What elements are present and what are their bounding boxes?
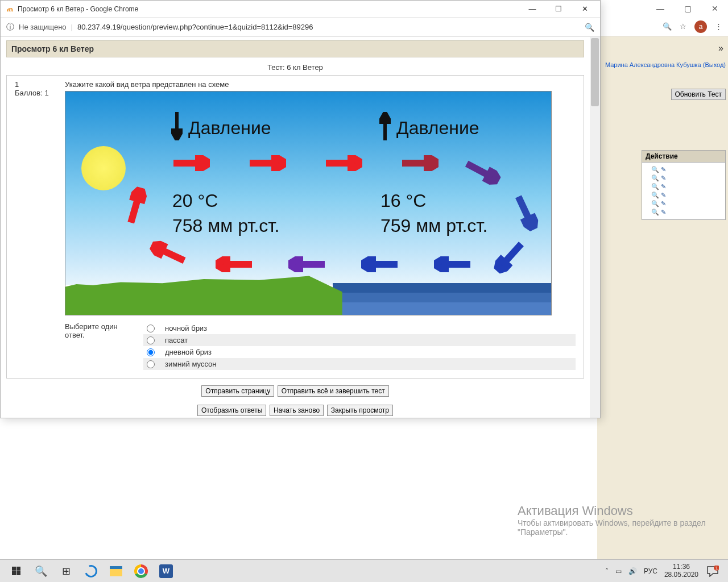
- answer-radio[interactable]: [147, 325, 155, 332]
- info-icon[interactable]: ⓘ: [6, 22, 14, 32]
- edit-icon: ✎: [661, 174, 666, 182]
- question-sidebar: 1 Баллов: 1: [15, 80, 55, 370]
- fg-content: Просмотр 6 кл Ветер Тест: 6 кл Ветер 1 Б…: [1, 37, 600, 418]
- bg-user-link[interactable]: Марина Александровна Кубушка (Выход): [605, 61, 726, 68]
- action-row[interactable]: 🔍✎: [646, 200, 722, 207]
- watermark-subtitle: Чтобы активировать Windows, перейдите в …: [518, 518, 711, 537]
- flow-arrow-icon: [250, 155, 286, 171]
- flow-arrow-icon: [402, 155, 439, 171]
- file-explorer-button[interactable]: [104, 560, 129, 583]
- edge-button[interactable]: [78, 560, 104, 583]
- word-button[interactable]: W: [154, 560, 179, 583]
- answer-label: дневной бриз: [165, 348, 212, 356]
- notifications-button[interactable]: 1: [705, 564, 720, 579]
- answer-radio[interactable]: [147, 348, 155, 356]
- edit-icon: ✎: [661, 166, 666, 173]
- activation-watermark: Активация Windows Чтобы активировать Win…: [518, 504, 711, 537]
- fg-urlbar[interactable]: ⓘ Не защищено | 80.237.49.19/question/pr…: [1, 18, 600, 37]
- submit-all-button[interactable]: Отправить всё и завершить тест: [278, 385, 389, 397]
- edit-icon: ✎: [661, 192, 666, 199]
- vertical-scrollbar[interactable]: [590, 37, 600, 418]
- minimize-button[interactable]: —: [519, 1, 545, 18]
- close-icon[interactable]: ✕: [706, 4, 723, 13]
- svg-text:1: 1: [715, 566, 718, 571]
- system-tray[interactable]: ˄ ▭ 🔊 РУС 11:36 28.05.2020 1: [605, 563, 725, 578]
- menu-icon[interactable]: ⋮: [715, 22, 722, 31]
- preview-icon: 🔍: [651, 166, 659, 173]
- sun-icon: [81, 146, 126, 190]
- pressure-label-right: Давление: [396, 118, 479, 139]
- action-block-body: 🔍✎ 🔍✎ 🔍✎ 🔍✎ 🔍✎ 🔍✎: [642, 163, 726, 220]
- answers-section: Выберите один ответ. ночной бриз пассат: [65, 322, 576, 370]
- answer-option[interactable]: пассат: [143, 334, 576, 346]
- pressure-left: 758 мм рт.ст.: [172, 215, 279, 236]
- moodle-favicon-icon: ጠ: [5, 5, 14, 14]
- url-text[interactable]: 80.237.49.19/question/preview.php?contin…: [77, 23, 313, 31]
- action-row[interactable]: 🔍✎: [646, 209, 722, 216]
- network-icon[interactable]: ▭: [615, 567, 622, 575]
- favorite-icon[interactable]: ☆: [680, 22, 686, 31]
- answer-radio[interactable]: [147, 336, 155, 344]
- edit-icon: ✎: [661, 183, 666, 190]
- question-score: Баллов: 1: [15, 89, 55, 97]
- search-icon[interactable]: 🔍: [585, 23, 594, 32]
- task-view-button[interactable]: ⊞: [53, 560, 78, 583]
- quiz-header: Просмотр 6 кл Ветер: [6, 40, 584, 57]
- scrollbar-thumb[interactable]: [591, 38, 599, 106]
- answer-label: пассат: [165, 336, 188, 344]
- pressure-label-left: Давление: [188, 118, 271, 139]
- bg-titlebar: — ▢ ✕: [597, 0, 728, 17]
- test-title: Тест: 6 кл Ветер: [1, 57, 590, 75]
- question-number: 1: [15, 80, 55, 89]
- tray-chevron-icon[interactable]: ˄: [605, 567, 609, 575]
- edit-icon: ✎: [661, 200, 666, 207]
- overflow-chevron-icon[interactable]: »: [718, 43, 723, 53]
- question-box: 1 Баллов: 1 Укажите какой вид ветра пред…: [6, 75, 584, 379]
- answer-option[interactable]: дневной бриз: [143, 346, 576, 358]
- zoom-icon[interactable]: 🔍: [663, 22, 672, 31]
- answer-option[interactable]: зимний муссон: [143, 358, 576, 370]
- volume-icon[interactable]: 🔊: [628, 567, 637, 575]
- refresh-test-button[interactable]: Обновить Тест: [671, 89, 726, 100]
- clock-time: 11:36: [664, 563, 698, 571]
- action-row[interactable]: 🔍✎: [646, 183, 722, 190]
- submit-button-row: Отправить страницу Отправить всё и завер…: [1, 384, 590, 398]
- answer-option[interactable]: ночной бриз: [143, 322, 576, 334]
- taskbar[interactable]: 🔍 ⊞ W ˄ ▭ 🔊 РУС 11:36 28.05.2020 1: [0, 559, 728, 582]
- maximize-button[interactable]: ☐: [545, 1, 572, 18]
- preview-icon: 🔍: [651, 200, 659, 207]
- flow-arrow-icon: [216, 256, 252, 272]
- fg-titlebar[interactable]: ጠ Просмотр 6 кл Ветер - Google Chrome — …: [1, 1, 600, 18]
- question-text: Укажите какой вид ветра представлен на с…: [65, 80, 576, 89]
- answer-radio[interactable]: [147, 360, 155, 368]
- submit-page-button[interactable]: Отправить страницу: [201, 385, 274, 397]
- start-button[interactable]: [3, 560, 28, 583]
- temp-right: 16 °C: [380, 190, 426, 211]
- flow-arrow-icon: [288, 256, 325, 272]
- bg-toolbar: 🔍 ☆ a ⋮: [597, 17, 728, 36]
- search-button[interactable]: 🔍: [28, 560, 53, 583]
- minimize-icon[interactable]: —: [652, 4, 669, 13]
- flow-arrow-icon: [434, 256, 470, 272]
- action-row[interactable]: 🔍✎: [646, 174, 722, 182]
- security-status: Не защищено: [19, 23, 67, 31]
- restart-button[interactable]: Начать заново: [270, 405, 324, 416]
- clock-date: 28.05.2020: [664, 571, 698, 579]
- action-row[interactable]: 🔍✎: [646, 192, 722, 199]
- profile-avatar[interactable]: a: [694, 20, 707, 33]
- clock[interactable]: 11:36 28.05.2020: [664, 563, 698, 578]
- flow-arrow-icon: [326, 155, 362, 171]
- answer-list: ночной бриз пассат дневной бриз: [143, 322, 576, 370]
- maximize-icon[interactable]: ▢: [679, 4, 696, 13]
- close-preview-button[interactable]: Закрыть просмотр: [327, 405, 393, 416]
- pressure-right: 759 мм рт.ст.: [380, 215, 487, 236]
- watermark-title: Активация Windows: [518, 504, 711, 518]
- language-indicator[interactable]: РУС: [644, 567, 657, 575]
- close-button[interactable]: ✕: [572, 1, 598, 18]
- pressure-down-arrow-icon: [171, 112, 183, 140]
- action-block-header: Действие: [642, 150, 726, 163]
- preview-icon: 🔍: [651, 192, 659, 199]
- chrome-button[interactable]: [129, 560, 154, 583]
- show-answers-button[interactable]: Отобразить ответы: [197, 405, 266, 416]
- action-row[interactable]: 🔍✎: [646, 166, 722, 173]
